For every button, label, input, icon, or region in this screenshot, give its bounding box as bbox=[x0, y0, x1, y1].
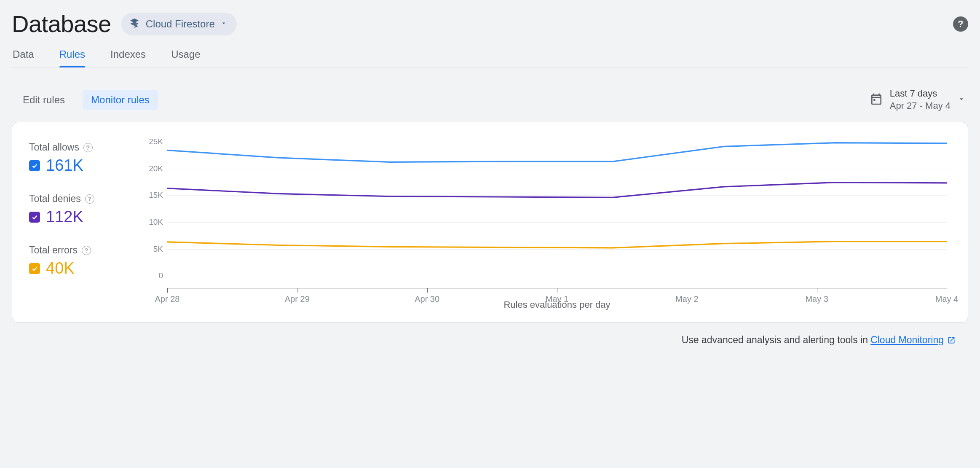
calendar-icon bbox=[870, 92, 883, 108]
chart-series bbox=[167, 142, 947, 276]
chart-y-tick: 0 bbox=[158, 271, 163, 280]
legend-label: Total denies bbox=[29, 193, 81, 204]
subtab-monitor-rules[interactable]: Monitor rules bbox=[83, 90, 158, 110]
cloud-monitoring-link[interactable]: Cloud Monitoring bbox=[870, 334, 956, 346]
legend-label: Total errors bbox=[29, 245, 78, 256]
external-link-icon bbox=[947, 336, 956, 344]
database-selector[interactable]: Cloud Firestore bbox=[121, 13, 237, 35]
legend-value: 40K bbox=[46, 259, 75, 277]
chevron-down-icon bbox=[220, 19, 228, 29]
chart-y-tick: 20K bbox=[149, 164, 163, 173]
help-icon[interactable]: ? bbox=[953, 16, 968, 32]
chart-x-tick-mark bbox=[817, 288, 817, 293]
date-range-picker[interactable]: Last 7 days Apr 27 - May 4 bbox=[870, 88, 966, 112]
chart-plot: 05K10K15K20K25K bbox=[167, 142, 947, 276]
legend-value: 112K bbox=[46, 208, 83, 226]
legend-item-denies: Total denies ? 112K bbox=[29, 193, 122, 226]
chart-area: 05K10K15K20K25K Apr 28Apr 29Apr 30May 1M… bbox=[134, 142, 951, 310]
chart-x-axis: Apr 28Apr 29Apr 30May 1May 2May 3May 4 bbox=[167, 288, 947, 288]
sub-tabs: Edit rules Monitor rules bbox=[14, 90, 158, 110]
tab-indexes[interactable]: Indexes bbox=[110, 45, 146, 67]
date-range-label: Last 7 days bbox=[890, 88, 951, 100]
info-icon[interactable]: ? bbox=[85, 194, 94, 204]
chart-y-tick: 10K bbox=[149, 218, 163, 227]
chart-y-tick: 15K bbox=[149, 191, 163, 200]
chart-card: Total allows ? 161K Total denies ? bbox=[12, 122, 968, 323]
chart-x-tick-mark bbox=[687, 288, 687, 293]
legend-checkbox-errors[interactable] bbox=[29, 263, 40, 274]
legend-value: 161K bbox=[46, 156, 83, 175]
tab-data[interactable]: Data bbox=[13, 45, 34, 67]
chart-x-tick-mark bbox=[297, 288, 297, 293]
main-tabs: Data Rules Indexes Usage bbox=[12, 45, 968, 67]
subheader: Edit rules Monitor rules Last 7 days Apr… bbox=[12, 67, 968, 122]
database-selector-label: Cloud Firestore bbox=[146, 18, 215, 30]
chart-y-tick: 5K bbox=[153, 245, 163, 254]
footer-link-label: Cloud Monitoring bbox=[870, 334, 944, 346]
footer-row: Use advanced analysis and alerting tools… bbox=[12, 323, 968, 346]
date-range-value: Apr 27 - May 4 bbox=[890, 100, 951, 112]
chart-x-tick-mark bbox=[427, 288, 428, 293]
chart-x-axis-label: Rules evaluations per day bbox=[167, 299, 947, 310]
firestore-icon bbox=[128, 17, 141, 31]
chart-x-tick-mark bbox=[167, 288, 168, 293]
legend-item-allows: Total allows ? 161K bbox=[29, 142, 122, 175]
chart-x-tick-mark bbox=[557, 288, 557, 293]
footer-text: Use advanced analysis and alerting tools… bbox=[682, 334, 868, 346]
legend-checkbox-denies[interactable] bbox=[29, 212, 40, 223]
chart-legend: Total allows ? 161K Total denies ? bbox=[29, 142, 122, 310]
legend-label: Total allows bbox=[29, 142, 79, 153]
subtab-edit-rules[interactable]: Edit rules bbox=[14, 90, 73, 110]
legend-checkbox-allows[interactable] bbox=[29, 160, 40, 171]
legend-item-errors: Total errors ? 40K bbox=[29, 245, 122, 277]
page-title: Database bbox=[12, 10, 111, 38]
tab-usage[interactable]: Usage bbox=[171, 45, 200, 67]
tab-rules[interactable]: Rules bbox=[59, 45, 85, 67]
date-range-text: Last 7 days Apr 27 - May 4 bbox=[890, 88, 951, 112]
info-icon[interactable]: ? bbox=[82, 246, 91, 255]
chart-y-tick: 25K bbox=[149, 137, 163, 146]
info-icon[interactable]: ? bbox=[83, 143, 93, 152]
header-row: Database Cloud Firestore ? bbox=[12, 7, 968, 45]
chart-x-tick-mark bbox=[947, 288, 947, 293]
chevron-down-icon bbox=[957, 95, 966, 105]
chart-gridline bbox=[167, 276, 947, 276]
